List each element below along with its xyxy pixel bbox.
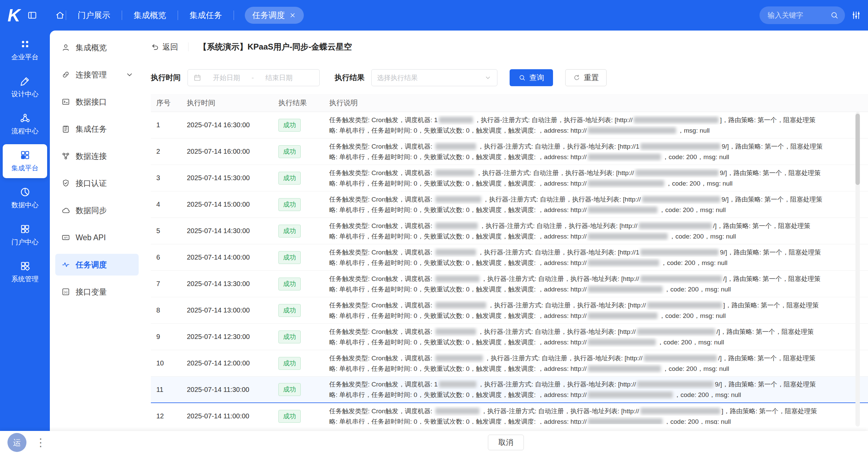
- desc-text: 任务触发类型: Cron触发，调度机器:: [329, 408, 434, 415]
- desc-line2: 略: 单机串行，任务超时时间: 0，失败重试次数: 0，触发调度，触发调度: ，…: [329, 258, 868, 268]
- sidebar-item-label: 系统管理: [12, 275, 39, 284]
- row-time: 2025-07-14 15:30:00: [187, 174, 278, 182]
- desc-text: 略: 单机串行，任务超时时间: 0，失败重试次数: 0，触发调度，触发调度: ，…: [329, 418, 587, 424]
- redacted-blur: [588, 180, 664, 187]
- subnav-item[interactable]: 数据接口: [55, 91, 139, 113]
- webapi-icon: API: [61, 233, 70, 242]
- desc-text: 略: 单机串行，任务超时时间: 0，失败重试次数: 0，触发调度，触发调度: ，…: [329, 286, 587, 293]
- table-row[interactable]: 92025-07-14 12:30:00成功任务触发类型: Cron触发，调度机…: [151, 324, 868, 350]
- footer-bar: 运 ⋮ 取消: [0, 431, 868, 454]
- subnav-item-label: 任务调度: [76, 260, 107, 270]
- user-avatar[interactable]: 运: [7, 433, 26, 452]
- back-label: 返回: [162, 42, 178, 52]
- table-row[interactable]: 52025-07-14 14:30:00成功任务触发类型: Cron触发，调度机…: [151, 218, 868, 244]
- back-button[interactable]: 返回: [151, 42, 178, 52]
- redacted-blur: [588, 286, 663, 292]
- row-time: 2025-07-14 11:30:00: [187, 386, 278, 394]
- col-result: 执行结果: [278, 98, 329, 108]
- desc-text: ，执行器-注册方式: 自动注册，执行器-地址列表: [http://: [481, 275, 639, 282]
- row-time: 2025-07-14 11:00:00: [187, 412, 278, 420]
- row-seq: 7: [156, 280, 187, 288]
- row-desc: 任务触发类型: Cron触发，调度机器: ，执行器-注册方式: 自动注册，执行器…: [329, 221, 868, 241]
- desc-text: 略: 单机串行，任务超时时间: 0，失败重试次数: 0，触发调度，触发调度: ，…: [329, 312, 587, 319]
- exec-time-label: 执行时间: [151, 73, 181, 83]
- scrollbar-thumb[interactable]: [855, 114, 860, 185]
- date-range-picker[interactable]: -: [188, 69, 320, 86]
- table-row[interactable]: 102025-07-14 12:00:00成功任务触发类型: Cron触发，调度…: [151, 350, 868, 377]
- desc-text: /]，路由策略: 第一个，阻塞处理策: [718, 355, 815, 362]
- subnav-item[interactable]: APIWeb API: [55, 227, 139, 248]
- nav-separator: [234, 11, 234, 20]
- top-nav-item[interactable]: 门户展示: [67, 10, 121, 21]
- redacted-blur: [588, 260, 659, 266]
- keyword-search[interactable]: [760, 6, 845, 24]
- row-desc: 任务触发类型: Cron触发，调度机器: ，执行器-注册方式: 自动注册，执行器…: [329, 353, 868, 374]
- table-row[interactable]: 72025-07-14 13:30:00成功任务触发类型: Cron触发，调度机…: [151, 271, 868, 297]
- redacted-blur: [435, 302, 486, 308]
- query-button[interactable]: 查询: [510, 69, 553, 86]
- sidebar-item-label: 集成平台: [12, 164, 39, 173]
- redacted-blur: [640, 408, 720, 414]
- sidebar-item-label: 流程中心: [12, 127, 39, 136]
- sidebar-item[interactable]: 门户中心: [3, 218, 47, 252]
- subnav-item[interactable]: 任务调度: [55, 254, 139, 276]
- table-row[interactable]: 42025-07-14 15:00:00成功任务触发类型: Cron触发，调度机…: [151, 191, 868, 218]
- desc-text: 任务触发类型: Cron触发，调度机器:: [329, 196, 434, 203]
- top-nav-item[interactable]: 集成任务: [179, 10, 233, 21]
- home-icon[interactable]: [55, 10, 65, 20]
- more-options-icon[interactable]: ⋮: [35, 437, 46, 448]
- desc-text: ，code: 200，msg: null: [662, 365, 729, 372]
- redacted-blur: [435, 170, 474, 176]
- status-badge: 成功: [278, 225, 301, 238]
- table-row[interactable]: 22025-07-14 16:00:00成功任务触发类型: Cron触发，调度机…: [151, 138, 868, 165]
- sidebar-item-label: 企业平台: [12, 53, 39, 62]
- search-icon[interactable]: [830, 11, 839, 20]
- table-row[interactable]: 82025-07-14 13:00:00成功任务触发类型: Cron触发，调度机…: [151, 297, 868, 324]
- search-input[interactable]: [768, 11, 827, 19]
- sidebar-item[interactable]: 数据中心: [3, 181, 47, 215]
- sidebar-item[interactable]: 设计中心: [3, 70, 47, 104]
- cancel-button[interactable]: 取消: [488, 435, 524, 450]
- end-date-input[interactable]: [257, 74, 301, 82]
- sidebar-item[interactable]: 流程中心: [3, 107, 47, 141]
- desc-line2: 略: 单机串行，任务超时时间: 0，失败重试次数: 0，触发调度，触发调度: ，…: [329, 390, 868, 400]
- desc-text: 任务触发类型: Cron触发，调度机器:: [329, 143, 434, 150]
- table-row[interactable]: 32025-07-14 15:30:00成功任务触发类型: Cron触发，调度机…: [151, 165, 868, 191]
- subnav-item[interactable]: 数据同步: [55, 200, 139, 221]
- enterprise-icon: [20, 39, 31, 50]
- start-date-input[interactable]: [205, 74, 248, 82]
- sidebar-item[interactable]: 企业平台: [3, 33, 47, 67]
- subnav-item[interactable]: 集成任务: [55, 118, 139, 140]
- sidebar-item[interactable]: 集成平台: [3, 144, 47, 178]
- desc-text: ，执行器-注册方式: 自动注册，执行器-地址列表: [http://: [477, 328, 636, 335]
- desc-text: 任务触发类型: Cron触发，调度机器:: [329, 355, 434, 362]
- subnav-item[interactable]: 连接管理: [55, 64, 139, 86]
- connection-icon: [61, 152, 70, 160]
- nav-separator: [66, 11, 66, 20]
- sidebar-item[interactable]: 系统管理: [3, 255, 47, 289]
- subnav-item[interactable]: 数据连接: [55, 145, 139, 167]
- app-logo[interactable]: K: [0, 0, 27, 31]
- datapie-icon: [20, 187, 31, 197]
- result-select[interactable]: 选择执行结果: [371, 69, 497, 86]
- row-time: 2025-07-14 12:30:00: [187, 333, 278, 341]
- sync-icon: [61, 206, 70, 215]
- table-row[interactable]: 62025-07-14 14:00:00成功任务触发类型: Cron触发，调度机…: [151, 244, 868, 271]
- top-nav-item[interactable]: 集成概览: [123, 10, 177, 21]
- table-row[interactable]: 12025-07-14 16:30:00成功任务触发类型: Cron触发，调度机…: [151, 112, 868, 138]
- desc-text: 略: 单机串行，任务超时时间: 0，失败重试次数: 0，触发调度，触发调度: ，…: [329, 391, 587, 398]
- row-result: 成功: [278, 410, 329, 423]
- table-row[interactable]: 122025-07-14 11:00:00成功任务触发类型: Cron触发，调度…: [151, 403, 868, 424]
- subnav-item-label: 集成任务: [76, 124, 107, 134]
- active-tab[interactable]: 任务调度: [245, 7, 304, 24]
- collapse-sidebar-icon[interactable]: [27, 10, 37, 20]
- row-result: 成功: [278, 225, 329, 238]
- reset-button[interactable]: 重置: [565, 69, 607, 86]
- table-row[interactable]: 112025-07-14 11:30:00成功任务触发类型: Cron触发，调度…: [151, 377, 868, 403]
- filter-sliders-icon[interactable]: [851, 10, 861, 20]
- subnav-item[interactable]: {x}接口变量: [55, 281, 139, 303]
- close-tab-icon[interactable]: [289, 12, 296, 19]
- subnav-item[interactable]: 集成概览: [55, 37, 139, 58]
- subnav-item[interactable]: 接口认证: [55, 172, 139, 194]
- row-result: 成功: [278, 119, 329, 132]
